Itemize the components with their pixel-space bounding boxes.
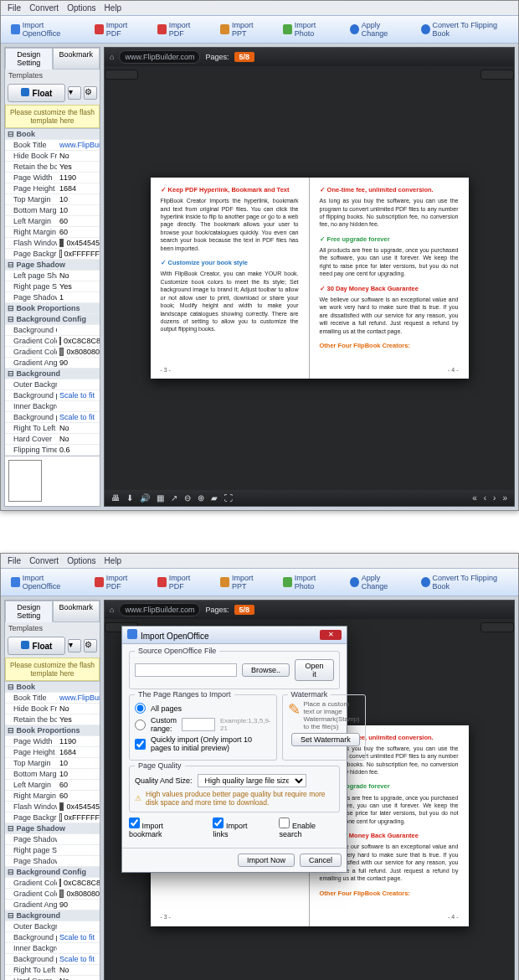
property-row[interactable]: Hide Book Frame BarNo xyxy=(5,704,100,714)
pages-value[interactable]: 5/8 xyxy=(234,605,255,615)
property-row[interactable]: Inner Background File xyxy=(5,401,100,412)
menu-help[interactable]: Help xyxy=(105,3,122,13)
property-group[interactable]: ⊟ Background Config xyxy=(5,314,100,325)
share-button-right[interactable] xyxy=(480,622,514,632)
property-row[interactable]: Right To LeftNo xyxy=(5,965,100,976)
property-row[interactable]: Book Titlewww.FlipBuil... xyxy=(5,140,100,151)
property-row[interactable]: Gradient Color A0xC8C8C8 xyxy=(5,878,100,889)
property-value[interactable]: 0xFFFFFF xyxy=(57,250,100,258)
tab-design-setting[interactable]: Design Setting xyxy=(5,48,53,70)
custom-range-radio[interactable] xyxy=(135,720,146,730)
zoom-out-icon[interactable]: ⊖ xyxy=(184,493,191,503)
property-group[interactable]: ⊟ Page Shadow xyxy=(5,260,100,271)
property-value[interactable]: No xyxy=(57,435,100,443)
fullscreen-icon[interactable]: ⛶ xyxy=(224,493,233,503)
property-row[interactable]: Hard CoverNo xyxy=(5,976,100,980)
sound-icon[interactable]: 🔊 xyxy=(140,493,150,503)
property-group[interactable]: ⊟ Book xyxy=(5,682,100,693)
template-dropdown-button[interactable]: ▾ xyxy=(68,639,81,652)
property-row[interactable]: Inner Background File xyxy=(5,943,100,954)
property-value[interactable]: Scale to fit xyxy=(57,933,100,941)
property-row[interactable]: Page Shadow Opacity1 xyxy=(5,292,100,303)
home-icon[interactable]: ⌂ xyxy=(110,53,114,61)
property-row[interactable]: Page Shadow Opacity xyxy=(5,856,100,867)
property-value[interactable]: 60 xyxy=(57,792,100,800)
property-value[interactable]: 0x454545 xyxy=(57,802,100,811)
property-list[interactable]: ⊟ BookBook Titlewww.FlipBuil...Hide Book… xyxy=(5,681,100,980)
tab-bookmark[interactable]: Bookmark xyxy=(53,601,100,622)
property-value[interactable]: 1190 xyxy=(57,737,100,745)
property-row[interactable]: Bottom Margin10 xyxy=(5,205,100,216)
property-row[interactable]: Top Margin10 xyxy=(5,758,100,769)
property-row[interactable]: Left Margin60 xyxy=(5,780,100,791)
property-row[interactable]: Top Margin10 xyxy=(5,194,100,205)
toolbar-convert[interactable]: Convert To Flipping Book xyxy=(416,571,513,593)
template-float-button[interactable]: Float xyxy=(8,637,65,655)
property-value[interactable]: 60 xyxy=(57,781,100,789)
property-value[interactable]: www.FlipBuil... xyxy=(57,694,100,702)
property-row[interactable]: Page Height1684 xyxy=(5,183,100,194)
property-value[interactable]: 0x454545 xyxy=(57,239,100,247)
pages-value[interactable]: 5/8 xyxy=(234,52,255,62)
property-value[interactable]: 60 xyxy=(57,217,100,225)
zoom-in-icon[interactable]: ⊕ xyxy=(198,493,204,503)
property-row[interactable]: Page Width1190 xyxy=(5,173,100,183)
property-value[interactable]: 90 xyxy=(57,358,100,367)
property-row[interactable]: Page Background Color0xFFFFFF xyxy=(5,249,100,260)
template-float-button[interactable]: Float xyxy=(8,84,65,102)
toolbar-apply-change[interactable]: Apply Change xyxy=(345,18,409,40)
property-value[interactable]: No xyxy=(57,424,100,432)
property-row[interactable]: Outer Background File xyxy=(5,379,100,390)
quality-select[interactable]: High quality large file size xyxy=(198,774,306,787)
property-row[interactable]: Left page ShadowNo xyxy=(5,271,100,281)
property-row[interactable]: Bottom Margin10 xyxy=(5,769,100,780)
property-row[interactable]: Retain the book to centerYes xyxy=(5,162,100,173)
toolbar-import-pdf[interactable]: Import PDF xyxy=(90,18,146,40)
property-value[interactable]: 0x808080 xyxy=(57,348,100,356)
property-row[interactable]: Outer Background File xyxy=(5,921,100,932)
autoplay-icon[interactable]: ▰ xyxy=(211,493,218,503)
menu-convert[interactable]: Convert xyxy=(29,3,59,13)
last-page-icon[interactable]: » xyxy=(502,493,507,503)
property-row[interactable]: Flash Window Color0x454545 xyxy=(5,802,100,812)
thumbnails-icon[interactable]: ▦ xyxy=(157,493,164,503)
template-settings-button[interactable]: ⚙ xyxy=(84,639,97,652)
property-value[interactable]: Yes xyxy=(57,282,100,291)
toolbar-import-pdf-2[interactable]: Import PDF xyxy=(152,18,208,40)
share-button-right[interactable] xyxy=(480,70,514,80)
property-row[interactable]: Hide Book Frame BarNo xyxy=(5,151,100,162)
property-value[interactable]: Scale to fit xyxy=(57,955,100,963)
property-value[interactable]: No xyxy=(57,704,100,713)
tab-design-setting[interactable]: Design Setting xyxy=(5,601,53,622)
property-row[interactable]: Background positionScale to fit xyxy=(5,390,100,401)
property-group[interactable]: ⊟ Background xyxy=(5,369,100,379)
toolbar-import-openoffice[interactable]: Import OpenOffice xyxy=(6,18,83,40)
property-value[interactable]: 10 xyxy=(57,759,100,767)
tab-bookmark[interactable]: Bookmark xyxy=(53,48,100,70)
property-row[interactable]: Right page Shadow xyxy=(5,845,100,856)
template-dropdown-button[interactable]: ▾ xyxy=(68,86,81,100)
property-value[interactable]: Yes xyxy=(57,715,100,724)
first-page-icon[interactable]: « xyxy=(472,493,477,503)
property-row[interactable]: Background positionScale to fit xyxy=(5,932,100,943)
property-group[interactable]: ⊟ Book xyxy=(5,129,100,140)
property-value[interactable]: No xyxy=(57,152,100,160)
template-settings-button[interactable]: ⚙ xyxy=(84,86,97,100)
print-icon[interactable]: 🖶 xyxy=(111,493,120,503)
property-row[interactable]: Page Background Color0xFFFFFF xyxy=(5,812,100,823)
toolbar-import-openoffice[interactable]: Import OpenOffice xyxy=(6,571,83,593)
enable-search-checkbox[interactable] xyxy=(279,818,290,828)
toolbar-apply-change[interactable]: Apply Change xyxy=(345,571,409,593)
property-value[interactable]: 10 xyxy=(57,770,100,778)
property-row[interactable]: Page Height1684 xyxy=(5,747,100,758)
menu-file[interactable]: File xyxy=(8,3,21,13)
property-row[interactable]: Right Margin60 xyxy=(5,227,100,238)
set-watermark-button[interactable]: Set Watermark xyxy=(291,733,360,746)
property-group[interactable]: ⊟ Background Config xyxy=(5,867,100,878)
menu-options[interactable]: Options xyxy=(67,3,95,13)
share-button-left[interactable] xyxy=(105,70,138,80)
property-row[interactable]: Left Margin60 xyxy=(5,216,100,227)
toolbar-import-ppt[interactable]: Import PPT xyxy=(215,571,271,593)
toolbar-import-photo[interactable]: Import Photo xyxy=(278,571,338,593)
property-row[interactable]: Gradient Color B0x808080 xyxy=(5,347,100,358)
